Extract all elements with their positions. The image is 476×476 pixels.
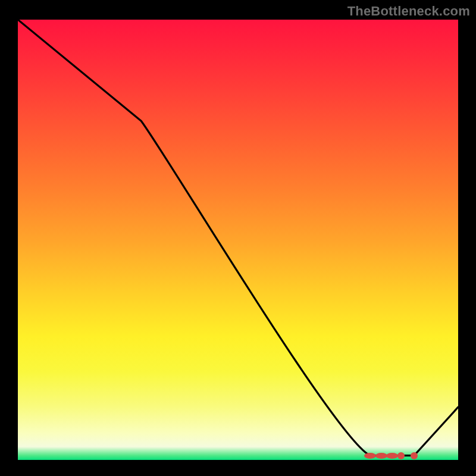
watermark-text: TheBottleneck.com (347, 4, 470, 19)
data-marker (411, 452, 418, 459)
data-marker (364, 453, 376, 459)
bottleneck-curve (18, 20, 458, 460)
data-marker (386, 453, 398, 459)
data-marker (375, 453, 387, 459)
data-marker (397, 452, 405, 459)
plot-area (18, 20, 458, 460)
chart-frame: TheBottleneck.com (0, 0, 476, 476)
